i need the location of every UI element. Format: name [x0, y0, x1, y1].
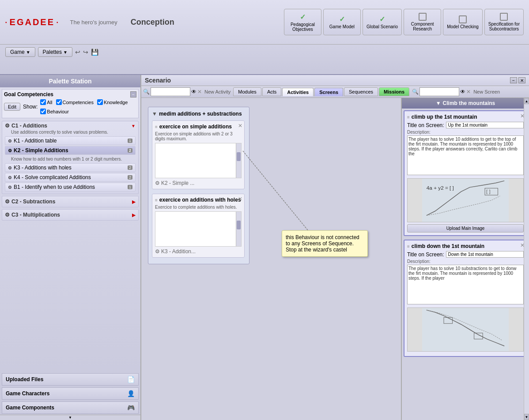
svg-rect-5: [422, 308, 509, 351]
tab-game-model[interactable]: ✓ Game Model: [323, 9, 361, 35]
new-activity-label: New Activity: [204, 89, 230, 94]
checkbox-all[interactable]: All: [40, 99, 52, 105]
tab-missions[interactable]: Missions: [379, 87, 409, 96]
skill-k4[interactable]: ⚙ K4 - Solve complicated Additions 2: [5, 173, 136, 182]
comp-section-c3[interactable]: ⚙ C3 - Multiplications ▶: [2, 209, 139, 221]
eye-icon-right[interactable]: 👁: [460, 89, 465, 95]
comp-section-c2[interactable]: ⚙ C2 - Subtractions ▶: [2, 196, 139, 207]
game-characters-section[interactable]: Game Characters 👤: [2, 387, 139, 400]
filter-icon-right[interactable]: 🔍: [412, 89, 419, 95]
screens-scroll-down[interactable]: ▼: [524, 414, 529, 420]
comp-header-c1[interactable]: ⚙ C1 - Additions ▼: [5, 123, 136, 129]
screen-card-2: ≡ climb down the 1st mountain ✕ Title on…: [404, 240, 527, 357]
screen-card-1: ≡ climb up the 1st mountain ✕ Title on S…: [404, 110, 527, 236]
skill-icon-k4: ⚙: [8, 175, 12, 180]
ex1-icon: ≡: [155, 124, 158, 129]
comp-section-c1: ⚙ C1 - Additions ▼ Use additions correct…: [2, 121, 139, 194]
edit-button[interactable]: Edit: [4, 103, 20, 111]
skill-b1[interactable]: ⚙ B1 - Identify when to use Additions 1: [5, 183, 136, 191]
undo-icon[interactable]: ↩: [75, 49, 80, 56]
game-menu-button[interactable]: Game ▼: [5, 47, 35, 57]
skill-k1[interactable]: ⚙ K1 - Addition table 1: [5, 136, 136, 145]
ex2-close[interactable]: ✕: [238, 196, 242, 202]
behaviour-tooltip: this Behaviour is not connected to any S…: [282, 230, 368, 257]
tab-acts[interactable]: Acts: [262, 87, 281, 96]
save-icon[interactable]: 💾: [91, 49, 98, 56]
tab-specification-subcontractors[interactable]: Specification forSubcontractors: [484, 9, 524, 35]
sc1-icon: ≡: [407, 115, 410, 120]
game-components-section[interactable]: Game Components 🎮: [2, 401, 139, 414]
goal-comp-title: Goal Competencies: [4, 91, 53, 98]
checkbox-competencies[interactable]: Competencies: [56, 99, 94, 105]
group-collapse-icon[interactable]: ▼: [152, 111, 157, 117]
comp-icon-c1: ⚙: [5, 123, 10, 129]
sc2-image: [407, 308, 524, 352]
skill-k2[interactable]: ⚙ K2 - Simple Additions 2: [5, 146, 136, 155]
skill-icon-b1: ⚙: [8, 185, 12, 190]
tab-global-scenario[interactable]: ✓ Global Scenario: [363, 9, 402, 35]
k3-ref-icon: ⚙: [155, 248, 160, 255]
filter-icon-left[interactable]: 🔍: [143, 89, 150, 95]
goal-competencies-section: Goal Competencies − Edit Show: All Compe…: [2, 89, 139, 118]
sc1-desc-textarea[interactable]: The player has to solve 10 additions to …: [407, 135, 524, 175]
upload-main-image-button[interactable]: Upload Main Image: [407, 224, 524, 232]
skill-icon-k2: ⚙: [8, 148, 12, 153]
exercise-card-1: ≡ exercice on simple additions ✕ Exercic…: [152, 120, 245, 189]
sc2-title-input[interactable]: [446, 251, 524, 258]
show-label: Show:: [23, 104, 38, 110]
close-search-left[interactable]: ✕: [197, 89, 202, 95]
k2-ref-icon: ⚙: [155, 180, 160, 186]
palette-title: Palette Station: [0, 75, 140, 87]
sc1-title-input[interactable]: [446, 122, 524, 128]
eye-icon-left[interactable]: 👁: [191, 89, 196, 95]
screens-scroll-up[interactable]: ▲: [524, 98, 529, 104]
upload-files-icon: 📄: [127, 376, 135, 383]
skill-icon-k3: ⚙: [8, 165, 12, 170]
screens-panel-header: ▼ Climb the mountains: [402, 98, 529, 109]
tab-pedagogical-objectives[interactable]: ✓ PedagogicalObjectives: [284, 9, 321, 35]
ex2-icon: ≡: [155, 198, 158, 202]
collapse-goal-comp[interactable]: −: [130, 91, 136, 98]
checkbox-behaviour[interactable]: Behaviour: [40, 109, 69, 114]
left-panel-scroll-down[interactable]: ▼: [68, 416, 72, 420]
skill-k3[interactable]: ⚙ K3 - Additions with holes 2: [5, 163, 136, 172]
scenario-minimize[interactable]: −: [510, 77, 517, 83]
scenario-title: Scenario: [145, 77, 171, 84]
sc2-desc-textarea[interactable]: The player has to solve 10 substractions…: [407, 265, 524, 304]
scenario-close[interactable]: ✕: [518, 77, 525, 83]
tab-activities[interactable]: Activities: [282, 88, 314, 96]
close-search-right[interactable]: ✕: [466, 89, 471, 95]
tab-model-checking[interactable]: Model Checking: [443, 9, 483, 35]
skill-icon-k1: ⚙: [8, 139, 12, 143]
tab-sequences[interactable]: Sequences: [344, 87, 378, 96]
ex1-close[interactable]: ✕: [238, 123, 242, 129]
conception-label: Conception: [131, 18, 174, 27]
new-screen-label: New Screen: [473, 89, 500, 94]
checkbox-knowledge[interactable]: Knowledge: [97, 99, 128, 105]
sc1-image: 4a + y2 = [ ] [ ]: [407, 178, 524, 222]
tab-modules[interactable]: Modules: [233, 87, 261, 96]
sc2-icon: ≡: [407, 244, 410, 249]
project-title: The hero's journey: [70, 19, 117, 26]
activity-search-input[interactable]: [151, 87, 190, 96]
redo-icon[interactable]: ↪: [83, 49, 88, 56]
scenario-tabs-bar: 🔍 👁 ✕ New Activity Modules Acts Activiti…: [141, 86, 529, 98]
game-components-icon: 🎮: [127, 404, 135, 411]
exercise-card-2: ≡ exercice on additions with holes ✕ Exe…: [152, 194, 245, 258]
svg-text:4a + y2 = [ ]: 4a + y2 = [ ]: [427, 185, 454, 191]
scenario-header: Scenario − ✕: [141, 75, 529, 86]
tab-screens[interactable]: Screens: [314, 88, 343, 96]
tab-component-research[interactable]: ComponentResearch: [404, 9, 441, 35]
activity-group-label: medim additions + substractions: [159, 111, 242, 117]
uploaded-files-section[interactable]: Uploaded Files 📄: [2, 373, 139, 386]
screen-search-input[interactable]: [419, 87, 459, 96]
svg-text:[ ]: [ ]: [486, 188, 491, 194]
app-logo: ▪ EGADEE ▪: [5, 17, 59, 27]
game-characters-icon: 👤: [127, 390, 135, 397]
palettes-menu-button[interactable]: Palettes ▼: [38, 47, 72, 57]
